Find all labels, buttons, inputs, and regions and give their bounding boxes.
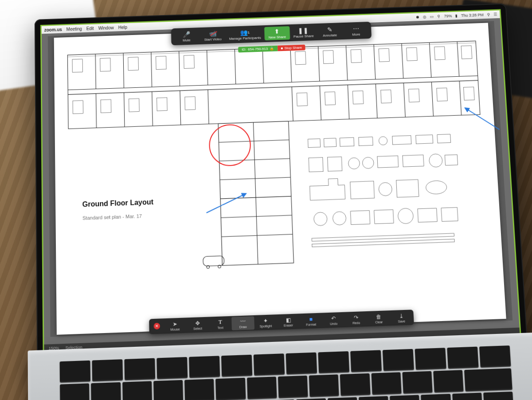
svg-point-88 bbox=[313, 212, 327, 226]
save-icon: ⤓ bbox=[398, 312, 405, 320]
svg-rect-62 bbox=[325, 92, 335, 105]
svg-line-100 bbox=[206, 193, 247, 213]
svg-point-82 bbox=[429, 154, 442, 168]
svg-rect-93 bbox=[418, 208, 437, 222]
svg-line-23 bbox=[430, 43, 431, 77]
svg-line-35 bbox=[431, 82, 433, 116]
svg-line-14 bbox=[179, 51, 180, 86]
svg-line-25 bbox=[96, 94, 96, 128]
redo-icon: ↷ bbox=[352, 314, 360, 321]
svg-rect-45 bbox=[100, 58, 111, 71]
svg-line-17 bbox=[262, 48, 264, 83]
svg-rect-80 bbox=[377, 156, 399, 168]
svg-rect-54 bbox=[434, 47, 446, 60]
manage-participants-button[interactable]: 👥1 Manage Participants bbox=[226, 27, 264, 42]
annotate-button[interactable]: ✎ Annotate bbox=[317, 24, 343, 39]
svg-rect-61 bbox=[297, 93, 307, 106]
clear-button[interactable]: 🗑Clear bbox=[367, 311, 390, 325]
mouse-label: Mouse bbox=[170, 327, 180, 331]
svg-point-92 bbox=[398, 208, 414, 224]
redo-button[interactable]: ↷Redo bbox=[344, 312, 368, 326]
svg-line-18 bbox=[290, 47, 292, 82]
more-icon: ⋯ bbox=[352, 25, 360, 33]
menu-window[interactable]: Window bbox=[98, 25, 114, 31]
start-video-label: Start Video bbox=[204, 37, 222, 42]
draw-icon: 〰 bbox=[239, 318, 247, 325]
svg-rect-68 bbox=[308, 139, 320, 148]
svg-line-4 bbox=[68, 124, 218, 129]
svg-rect-84 bbox=[350, 181, 375, 199]
stop-share-button[interactable]: ■ Stop Share bbox=[278, 45, 306, 51]
close-toolbar-button[interactable]: ✕ bbox=[150, 319, 164, 333]
menu-meeting[interactable]: Meeting bbox=[66, 26, 82, 31]
wifi-icon[interactable]: ⚲ bbox=[438, 14, 441, 19]
mouse-tool-button[interactable]: ➤Mouse bbox=[164, 318, 187, 333]
spotlight-icon[interactable]: ⚲ bbox=[487, 12, 490, 17]
manage-participants-label: Manage Participants bbox=[229, 36, 261, 41]
svg-rect-74 bbox=[416, 135, 433, 144]
document-page[interactable]: Ground Floor Layout Standard set plan - … bbox=[54, 23, 506, 334]
svg-line-7 bbox=[289, 121, 294, 263]
pause-share-button[interactable]: ❚❚ Pause Share bbox=[290, 25, 317, 39]
spotlight-label: Spotlight bbox=[259, 324, 272, 328]
lock-icon: 🔒 bbox=[270, 47, 274, 51]
notifications-icon[interactable]: ☰ bbox=[493, 12, 497, 17]
svg-rect-96 bbox=[312, 239, 454, 247]
svg-line-32 bbox=[348, 85, 349, 119]
svg-rect-73 bbox=[392, 136, 411, 145]
floorplan-drawing bbox=[63, 32, 495, 290]
display-icon[interactable]: ▭ bbox=[430, 14, 434, 19]
svg-rect-77 bbox=[327, 157, 342, 171]
participant-count: 1 bbox=[247, 30, 250, 34]
svg-rect-83 bbox=[445, 155, 458, 165]
app-name[interactable]: zoom.us bbox=[44, 27, 62, 32]
more-button[interactable]: ⋯ More bbox=[343, 24, 369, 38]
select-tool-button[interactable]: ✥Select bbox=[186, 318, 209, 332]
format-label: Format bbox=[306, 323, 316, 326]
start-video-button[interactable]: 📹 Start Video bbox=[200, 28, 226, 43]
laptop-keyboard bbox=[60, 345, 518, 400]
svg-point-78 bbox=[348, 157, 360, 169]
svg-line-27 bbox=[152, 92, 153, 126]
screen: zoom.us Meeting Edit Window Help ⏺ ◎ ▭ ⚲… bbox=[41, 9, 521, 353]
draw-label: Draw bbox=[239, 325, 247, 329]
pause-share-label: Pause Share bbox=[293, 34, 314, 39]
cloud-icon[interactable]: ◎ bbox=[423, 15, 426, 19]
cursor-icon: ➤ bbox=[171, 320, 179, 328]
spotlight-tool-button[interactable]: ✦Spotlight bbox=[254, 315, 277, 329]
svg-line-12 bbox=[123, 53, 124, 88]
id-label: ID: bbox=[242, 47, 246, 51]
svg-rect-57 bbox=[101, 99, 111, 113]
undo-button[interactable]: ↶Undo bbox=[322, 313, 345, 327]
svg-rect-69 bbox=[324, 138, 336, 147]
svg-line-13 bbox=[151, 52, 152, 87]
menu-help[interactable]: Help bbox=[118, 25, 128, 30]
svg-rect-66 bbox=[437, 88, 448, 101]
svg-rect-56 bbox=[73, 101, 83, 114]
eraser-tool-button[interactable]: ◧Eraser bbox=[277, 314, 300, 329]
undo-label: Undo bbox=[330, 322, 337, 325]
svg-rect-75 bbox=[437, 134, 451, 143]
svg-rect-58 bbox=[129, 98, 139, 112]
save-button[interactable]: ⤓Save bbox=[390, 310, 413, 325]
text-label: Text bbox=[218, 326, 223, 329]
camera-icon[interactable]: ⏺ bbox=[415, 15, 419, 20]
desk-background: zoom.us Meeting Edit Window Help ⏺ ◎ ▭ ⚲… bbox=[0, 0, 532, 400]
draw-tool-button[interactable]: 〰Draw bbox=[231, 316, 254, 330]
svg-rect-55 bbox=[461, 46, 472, 59]
mute-button[interactable]: 🎤 Mute bbox=[174, 29, 200, 43]
svg-line-101 bbox=[465, 107, 499, 131]
format-tool-button[interactable]: ■Format bbox=[299, 314, 322, 328]
stop-icon: ■ bbox=[281, 46, 283, 50]
trash-icon: 🗑 bbox=[375, 313, 383, 321]
eraser-label: Eraser bbox=[284, 323, 293, 327]
svg-line-22 bbox=[402, 43, 403, 78]
select-label: Select bbox=[193, 327, 202, 330]
text-tool-button[interactable]: TText bbox=[209, 317, 232, 331]
new-share-button[interactable]: ⬆ New Share bbox=[264, 26, 290, 40]
svg-rect-67 bbox=[464, 87, 475, 100]
svg-rect-53 bbox=[407, 47, 418, 61]
spotlight-icon: ✦ bbox=[262, 317, 270, 325]
menu-edit[interactable]: Edit bbox=[86, 26, 94, 31]
new-share-label: New Share bbox=[269, 35, 286, 39]
